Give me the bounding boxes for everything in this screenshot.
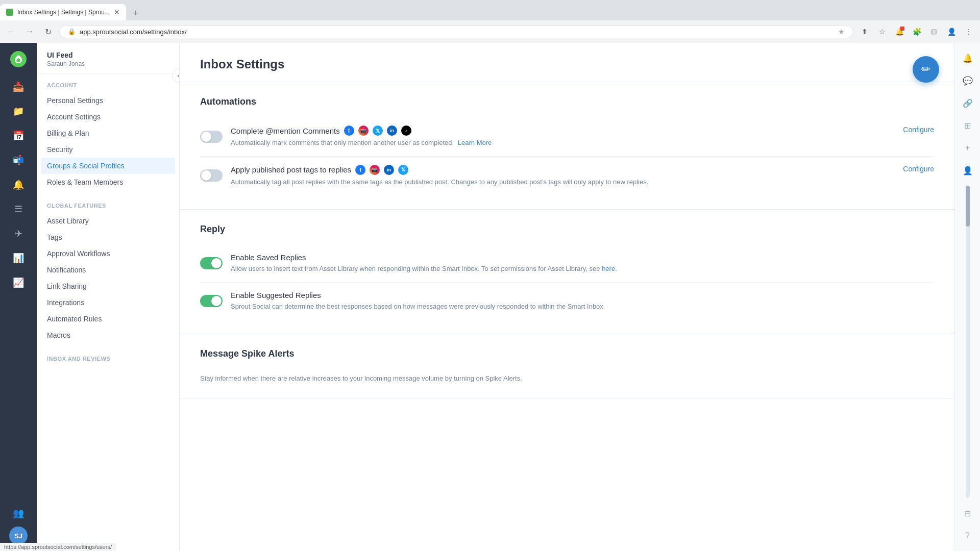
toggle-knob — [201, 170, 211, 181]
reply-title: Reply — [200, 224, 934, 235]
refresh-button[interactable]: ↻ — [41, 24, 55, 39]
browser-toolbar: ← → ↻ 🔒 app.sproutsocial.com/settings/in… — [0, 20, 980, 43]
sidebar-item-groups-social-profiles[interactable]: Groups & Social Profiles — [41, 158, 175, 174]
post-tags-configure-link[interactable]: Configure — [903, 165, 934, 173]
rail-people-icon[interactable]: 👥 — [7, 502, 30, 524]
back-button[interactable]: ← — [4, 24, 18, 39]
post-tags-wrapper: Apply published post tags to replies f 📷… — [200, 165, 893, 187]
right-panel-table-icon[interactable]: ⊟ — [959, 504, 977, 522]
right-panel-plus-icon[interactable]: + — [959, 139, 977, 157]
rail-inbox2-icon[interactable]: 📬 — [7, 149, 30, 171]
sidebar: UI Feed Sarauh Jonas ◀ Account Personal … — [37, 43, 180, 551]
suggested-replies-toggle[interactable] — [200, 295, 223, 307]
mention-comments-desc: Automatically mark comments that only me… — [231, 138, 893, 148]
post-tags-toggle[interactable] — [200, 169, 223, 182]
rail-bar-chart-icon[interactable]: 📊 — [7, 247, 30, 269]
right-panel-link-icon[interactable]: 🔗 — [959, 94, 977, 112]
sidebar-item-notifications[interactable]: Notifications — [37, 262, 179, 278]
twitter-icon: 𝕏 — [373, 126, 383, 136]
right-panel: 🔔 💬 🔗 ⊞ + 👤 ⊟ ? — [954, 43, 980, 551]
suggested-replies-desc: Sprout Social can determine the best res… — [231, 302, 934, 312]
address-bar[interactable]: 🔒 app.sproutsocial.com/settings/inbox/ ★ — [59, 25, 853, 38]
notifications-icon[interactable]: 🔔 — [892, 24, 906, 39]
browser-status-bar: https://app.sproutsocial.com/settings/us… — [0, 543, 116, 551]
automations-title: Automations — [200, 96, 934, 107]
sidebar-item-asset-library[interactable]: Asset Library — [37, 213, 179, 229]
sidebar-item-integrations[interactable]: Integrations — [37, 294, 179, 311]
browser-chrome: Inbox Settings | Settings | Sprou... ✕ +… — [0, 0, 980, 43]
rail-line-chart-icon[interactable]: 📈 — [7, 271, 30, 294]
tiktok-icon: ♪ — [401, 126, 411, 136]
mention-comments-row: Complete @mention Comments f 📷 𝕏 in ♪ Au… — [200, 117, 934, 157]
rail-publish-icon[interactable]: 📅 — [7, 124, 30, 147]
sidebar-item-tags[interactable]: Tags — [37, 229, 179, 245]
sidebar-item-roles-team-members[interactable]: Roles & Team Members — [37, 174, 179, 190]
active-tab[interactable]: Inbox Settings | Settings | Sprou... ✕ — [0, 4, 126, 20]
suggested-replies-content: Enable Suggested Replies Sprout Social c… — [231, 291, 934, 312]
rail-bell-icon[interactable]: 🔔 — [7, 173, 30, 196]
sidebar-item-automated-rules[interactable]: Automated Rules — [37, 311, 179, 327]
sidebar-item-billing-plan[interactable]: Billing & Plan — [37, 125, 179, 141]
tab-favicon — [6, 9, 13, 16]
mention-comments-wrapper: Complete @mention Comments f 📷 𝕏 in ♪ Au… — [200, 126, 893, 148]
sprout-logo[interactable] — [8, 49, 29, 69]
tab-close-button[interactable]: ✕ — [114, 8, 120, 16]
sidebar-user-name: Sarauh Jonas — [47, 60, 169, 67]
saved-replies-label: Enable Saved Replies — [231, 253, 934, 262]
url-display: app.sproutsocial.com/settings/inbox/ — [80, 28, 834, 36]
instagram-icon: 📷 — [370, 165, 380, 175]
facebook-icon: f — [355, 165, 365, 175]
suggested-replies-row: Enable Suggested Replies Sprout Social c… — [200, 283, 934, 320]
instagram-icon: 📷 — [358, 126, 369, 136]
reply-section: Reply Enable Saved Replies Allow users t… — [180, 210, 954, 334]
right-panel-comment-icon[interactable]: 💬 — [959, 71, 977, 90]
page-header: Inbox Settings — [180, 43, 954, 82]
right-panel-person-icon[interactable]: 👤 — [959, 161, 977, 180]
rail-inbox-icon[interactable]: 📥 — [7, 76, 30, 98]
suggested-replies-label: Enable Suggested Replies — [231, 291, 934, 299]
saved-replies-here-link[interactable]: here — [602, 265, 615, 272]
sidebar-toggle-icon[interactable]: ⊡ — [927, 24, 941, 39]
saved-replies-content: Enable Saved Replies Allow users to inse… — [231, 253, 934, 274]
sidebar-feed-label: UI Feed — [47, 51, 169, 59]
sidebar-item-approval-workflows[interactable]: Approval Workflows — [37, 245, 179, 262]
sidebar-item-security[interactable]: Security — [37, 141, 179, 158]
more-options-icon[interactable]: ⋮ — [962, 24, 976, 39]
scrollbar-thumb[interactable] — [966, 186, 970, 227]
twitter-icon: 𝕏 — [398, 165, 408, 175]
saved-replies-toggle[interactable] — [200, 257, 223, 269]
new-tab-button[interactable]: + — [128, 6, 142, 20]
rail-folder-icon[interactable]: 📁 — [7, 100, 30, 122]
right-panel-question-icon[interactable]: ? — [959, 527, 977, 545]
forward-button[interactable]: → — [22, 24, 37, 39]
user-avatar[interactable]: SJ — [9, 527, 28, 545]
sidebar-account-section: Account Personal Settings Account Settin… — [37, 74, 179, 194]
compose-fab[interactable]: ✏ — [913, 56, 939, 83]
mention-comments-configure-link[interactable]: Configure — [903, 126, 934, 134]
main-content: Inbox Settings Automations Complete @men… — [180, 43, 954, 551]
bookmark-icon[interactable]: ☆ — [875, 24, 889, 39]
tab-title: Inbox Settings | Settings | Sprou... — [17, 9, 110, 16]
automations-section: Automations Complete @mention Comments f… — [180, 82, 954, 210]
right-panel-bell-icon[interactable]: 🔔 — [959, 49, 977, 67]
linkedin-icon: in — [384, 165, 394, 175]
rail-list-icon[interactable]: ☰ — [7, 198, 30, 220]
sidebar-item-personal-settings[interactable]: Personal Settings — [37, 92, 179, 109]
share-icon[interactable]: ⬆ — [857, 24, 872, 39]
mention-comments-label: Complete @mention Comments f 📷 𝕏 in ♪ — [231, 126, 893, 136]
linkedin-icon: in — [387, 126, 397, 136]
mention-comments-toggle[interactable] — [200, 131, 223, 143]
profile-icon[interactable]: 👤 — [944, 24, 959, 39]
sidebar-item-link-sharing[interactable]: Link Sharing — [37, 278, 179, 294]
compose-fab-icon: ✏ — [921, 63, 930, 76]
sidebar-item-macros[interactable]: Macros — [37, 327, 179, 343]
sidebar-item-account-settings[interactable]: Account Settings — [37, 109, 179, 125]
sidebar-inbox-reviews-title: Inbox and Reviews — [37, 356, 179, 366]
tab-bar: Inbox Settings | Settings | Sprou... ✕ + — [0, 0, 980, 20]
facebook-icon: f — [344, 126, 354, 136]
right-panel-grid-icon[interactable]: ⊞ — [959, 116, 977, 135]
extensions-icon[interactable]: 🧩 — [910, 24, 924, 39]
rail-send-icon[interactable]: ✈ — [7, 222, 30, 245]
mention-comments-learn-more-link[interactable]: Learn More — [458, 139, 492, 146]
scrollbar-track[interactable] — [966, 186, 970, 498]
